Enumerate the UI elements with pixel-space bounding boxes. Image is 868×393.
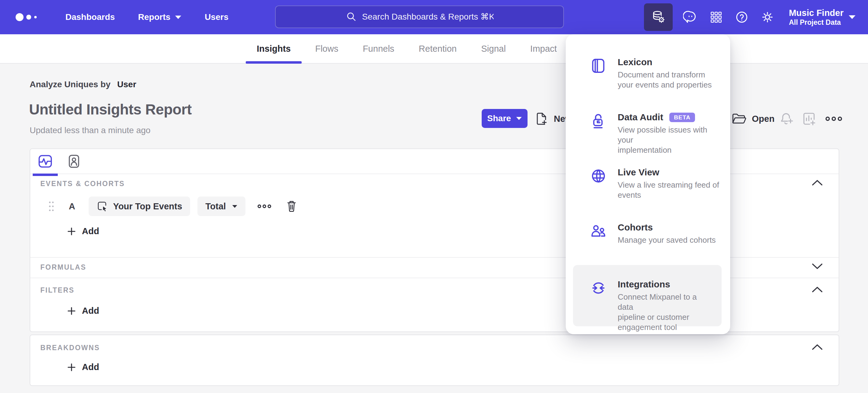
- menu-item-text: Data Audit BETA View possible issues wit…: [618, 111, 722, 155]
- share-button-label: Share: [487, 114, 511, 123]
- menu-item-title: Integrations: [618, 279, 670, 290]
- tab-insights[interactable]: Insights: [245, 34, 303, 63]
- nav-users[interactable]: Users: [205, 12, 228, 22]
- menu-item-desc: Manage your saved cohorts: [618, 235, 716, 245]
- project-selector[interactable]: Music Finder All Project Data: [789, 8, 856, 27]
- desc-line: View possible issues with your: [618, 125, 722, 145]
- top-nav: Dashboards Reports Users: [0, 0, 868, 34]
- report-updated-timestamp: Updated less than a minute ago: [30, 125, 150, 135]
- analyze-value-dropdown[interactable]: User: [117, 80, 136, 89]
- add-filter-label: Add: [82, 306, 99, 316]
- events-view-tab[interactable]: [36, 152, 54, 170]
- desc-line: pipeline or customer: [618, 312, 714, 322]
- project-scope: All Project Data: [789, 18, 841, 27]
- tab-funnels[interactable]: Funnels: [350, 34, 406, 63]
- event-name: Your Top Events: [113, 201, 182, 212]
- open-report-button[interactable]: Open: [731, 110, 774, 127]
- drag-handle-icon[interactable]: [48, 200, 55, 212]
- help-button[interactable]: [734, 7, 750, 27]
- add-event-button[interactable]: Add: [67, 226, 99, 236]
- metric-selector[interactable]: Total: [197, 196, 245, 216]
- database-gear-icon: [651, 9, 666, 25]
- desc-line: your events and properties: [618, 80, 712, 90]
- nav-reports[interactable]: Reports: [138, 12, 182, 22]
- create-alert-button[interactable]: [779, 110, 794, 127]
- mixpanel-logo-icon: [13, 10, 43, 24]
- add-filter-button[interactable]: Add: [67, 306, 99, 316]
- series-options-button[interactable]: [257, 203, 272, 209]
- menu-item-integrations[interactable]: Integrations Connect Mixpanel to a data …: [590, 279, 714, 332]
- apps-grid-button[interactable]: [708, 7, 724, 27]
- chevron-down-icon: [812, 263, 823, 270]
- tab-signal-label: Signal: [481, 44, 506, 54]
- bell-plus-icon: [779, 111, 794, 127]
- nav-reports-label: Reports: [138, 12, 170, 22]
- analyze-uniques-row: Analyze Uniques by User: [30, 80, 136, 89]
- menu-item-text: Live View View a live streaming feed of …: [618, 167, 719, 200]
- tab-impact[interactable]: Impact: [518, 34, 569, 63]
- more-actions-button[interactable]: [825, 110, 842, 127]
- menu-item-desc: Document and transform your events and p…: [618, 70, 712, 90]
- plus-icon: [67, 307, 76, 315]
- open-folder-icon: [731, 111, 747, 126]
- search-input[interactable]: [275, 5, 564, 28]
- formulas-section-label: FORMULAS: [40, 263, 86, 272]
- series-row: A Your Top Events Total: [48, 196, 298, 216]
- profiles-view-tab[interactable]: [65, 152, 83, 170]
- desc-line: engagement tool: [618, 322, 714, 332]
- add-breakdown-button[interactable]: Add: [67, 362, 99, 372]
- add-breakdown-label: Add: [82, 362, 99, 372]
- data-management-button[interactable]: [644, 3, 673, 31]
- menu-item-title: Cohorts: [618, 222, 653, 233]
- help-icon: [735, 10, 749, 25]
- pulse-chart-icon: [37, 153, 54, 170]
- add-event-label: Add: [82, 226, 99, 236]
- filters-collapse-button[interactable]: [810, 284, 824, 295]
- share-button[interactable]: Share: [482, 109, 528, 128]
- chevron-down-icon: [175, 15, 182, 19]
- menu-item-text: Lexicon Document and transform your even…: [618, 56, 712, 90]
- feedback-button[interactable]: [682, 7, 699, 27]
- gear-icon: [760, 10, 775, 25]
- tab-signal[interactable]: Signal: [469, 34, 518, 63]
- breakdowns-card: BREAKDOWNS Add: [30, 335, 839, 386]
- project-text: Music Finder All Project Data: [789, 8, 843, 27]
- tab-flows-label: Flows: [315, 44, 338, 54]
- mixpanel-logo[interactable]: [13, 10, 43, 24]
- tab-flows[interactable]: Flows: [303, 34, 350, 63]
- event-selector[interactable]: Your Top Events: [89, 196, 190, 216]
- nav-dashboards[interactable]: Dashboards: [65, 12, 115, 22]
- formulas-expand-button[interactable]: [810, 261, 824, 272]
- search-field[interactable]: [362, 12, 494, 22]
- menu-item-desc: Connect Mixpanel to a data pipeline or c…: [618, 292, 714, 332]
- document-plus-icon: [534, 111, 549, 127]
- menu-item-desc: View possible issues with your implement…: [618, 125, 722, 155]
- tab-impact-label: Impact: [530, 44, 557, 54]
- chevron-up-icon: [812, 286, 823, 293]
- primary-nav: Dashboards Reports Users: [65, 12, 228, 22]
- app-window: Dashboards Reports Users: [0, 0, 868, 393]
- three-dots-icon: [825, 115, 842, 122]
- menu-item-live-view[interactable]: Live View View a live streaming feed of …: [590, 167, 722, 200]
- add-to-board-button[interactable]: [801, 110, 817, 127]
- nav-right-group: Music Finder All Project Data: [644, 0, 856, 34]
- series-letter: A: [69, 201, 75, 212]
- events-section-label: EVENTS & COHORTS: [40, 180, 125, 188]
- tab-funnels-label: Funnels: [363, 44, 394, 54]
- desc-line: View a live streaming feed of: [618, 180, 719, 190]
- beta-badge: BETA: [669, 113, 695, 122]
- menu-item-cohorts[interactable]: Cohorts Manage your saved cohorts: [590, 222, 722, 245]
- report-title[interactable]: Untitled Insights Report: [29, 101, 192, 118]
- menu-item-data-audit[interactable]: Data Audit BETA View possible issues wit…: [590, 111, 722, 155]
- settings-button[interactable]: [760, 7, 775, 27]
- events-collapse-button[interactable]: [810, 177, 824, 188]
- menu-item-lexicon[interactable]: Lexicon Document and transform your even…: [590, 56, 722, 90]
- tab-retention[interactable]: Retention: [406, 34, 469, 63]
- breakdowns-collapse-button[interactable]: [810, 342, 824, 352]
- delete-series-button[interactable]: [285, 199, 298, 213]
- chevron-up-icon: [812, 179, 823, 186]
- book-icon: [590, 57, 607, 75]
- plus-icon: [67, 363, 76, 371]
- data-management-menu: Lexicon Document and transform your even…: [566, 34, 730, 334]
- tab-insights-label: Insights: [257, 44, 291, 54]
